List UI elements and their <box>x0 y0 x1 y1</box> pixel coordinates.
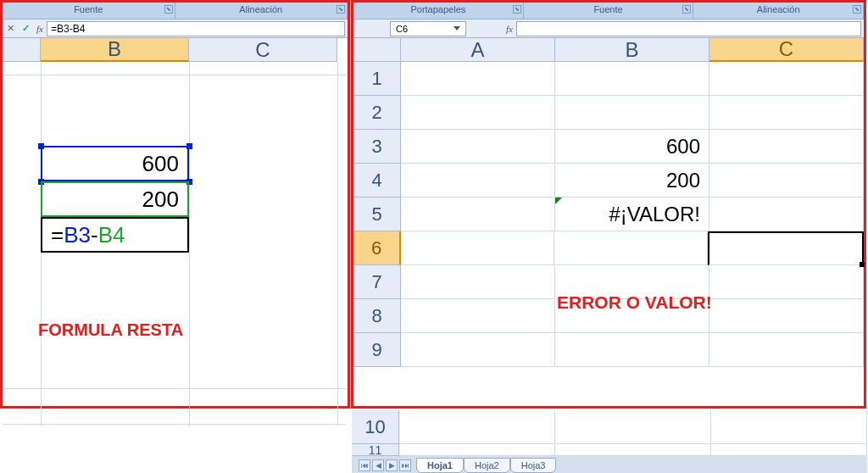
col-header-b[interactable]: B <box>555 38 709 62</box>
sheet-tab-hoja3[interactable]: Hoja3 <box>510 458 557 473</box>
cell-c6-selected[interactable] <box>708 231 864 265</box>
cell-b1[interactable] <box>555 62 709 96</box>
row-header[interactable]: 6 <box>353 231 401 265</box>
caption-error-valor: ERROR O VALOR! <box>557 292 712 313</box>
cell-a11[interactable] <box>399 444 555 456</box>
cell-b4[interactable]: 200 <box>41 181 189 217</box>
caption-formula-resta: FORMULA RESTA <box>38 320 183 340</box>
row-header[interactable]: 7 <box>353 265 401 299</box>
accept-formula-icon[interactable]: ✓ <box>18 21 33 36</box>
formula-input[interactable] <box>516 21 861 36</box>
sheet-nav-next-icon[interactable]: ▶ <box>386 459 398 471</box>
sheet-nav-prev-icon[interactable]: ◀ <box>372 459 384 471</box>
cell-c11[interactable] <box>711 444 867 456</box>
row-header[interactable]: 2 <box>353 96 401 130</box>
cell-c10[interactable] <box>711 410 867 444</box>
sheet-tab-hoja2[interactable]: Hoja2 <box>464 458 510 473</box>
cell-a6[interactable] <box>401 231 554 265</box>
expand-icon[interactable]: ⬊ <box>682 5 691 14</box>
name-box-value: C6 <box>396 24 408 34</box>
ribbon-label: Portapapeles <box>410 4 465 14</box>
fx-icon[interactable]: fx <box>506 24 513 34</box>
range-handle-icon <box>38 143 44 149</box>
formula-part: - <box>91 222 98 248</box>
sheet-nav: ⏮ ◀ ▶ ⏭ <box>359 459 411 471</box>
cell-b6[interactable] <box>554 231 708 265</box>
cell-b4[interactable]: 200 <box>555 164 709 198</box>
row-header[interactable]: 10 <box>352 410 399 444</box>
row-header[interactable]: 5 <box>353 198 401 231</box>
cell-a8[interactable] <box>401 299 555 333</box>
expand-icon[interactable]: ⬊ <box>337 5 345 14</box>
sheet-nav-first-icon[interactable]: ⏮ <box>359 459 370 471</box>
ribbon-group-alineacion[interactable]: Alineación⬊ <box>175 3 348 19</box>
formula-part: = <box>51 222 64 248</box>
cell-c8[interactable] <box>709 299 864 333</box>
cell-c3[interactable] <box>709 130 864 164</box>
dropdown-icon[interactable] <box>453 26 460 31</box>
cell-c7[interactable] <box>709 265 864 299</box>
cell-a10[interactable] <box>399 410 555 444</box>
cell-a1[interactable] <box>401 62 555 96</box>
cell-a7[interactable] <box>401 265 555 299</box>
cell-a5[interactable] <box>401 198 555 231</box>
row-header[interactable]: 1 <box>353 62 401 96</box>
ribbon-group-fuente[interactable]: Fuente⬊ <box>524 3 694 19</box>
cell-c1[interactable] <box>709 62 864 96</box>
cancel-formula-icon[interactable]: ✕ <box>3 21 18 36</box>
cell-b3[interactable]: 600 <box>41 146 189 181</box>
cell-b5-editing[interactable]: =B3-B4 <box>41 217 189 253</box>
row-header[interactable]: 8 <box>353 299 401 333</box>
cell-b11[interactable] <box>555 444 711 456</box>
corner-select-all[interactable] <box>3 38 41 62</box>
ribbon-label: Fuente <box>74 4 103 14</box>
ribbon-label: Alineación <box>239 4 282 14</box>
row-header[interactable]: 4 <box>353 164 401 198</box>
expand-icon[interactable]: ⬊ <box>164 5 173 14</box>
col-header-a[interactable]: A <box>401 38 555 62</box>
cell-a3[interactable] <box>401 130 555 164</box>
cell-b5-error[interactable]: #¡VALOR! <box>555 198 709 231</box>
formula-ref: B3 <box>64 222 91 248</box>
ribbon-group-fuente[interactable]: Fuente⬊ <box>3 3 175 19</box>
cell-b10[interactable] <box>555 410 711 444</box>
cell-c4[interactable] <box>709 164 864 198</box>
cell-b2[interactable] <box>555 96 709 130</box>
ribbon-group-alineacion[interactable]: Alineación⬊ <box>693 3 864 19</box>
range-handle-icon <box>186 143 192 149</box>
expand-icon[interactable]: ⬊ <box>853 5 861 14</box>
ribbon-label: Fuente <box>593 4 622 14</box>
cell-a2[interactable] <box>401 96 555 130</box>
ribbon-group-portapapeles[interactable]: Portapapeles⬊ <box>353 3 524 19</box>
cell-b9[interactable] <box>555 333 709 367</box>
expand-icon[interactable]: ⬊ <box>513 5 521 14</box>
cell-c5[interactable] <box>709 198 864 231</box>
cell-b3[interactable]: 600 <box>555 130 709 164</box>
cell-c2[interactable] <box>709 96 864 130</box>
sheet-tab-hoja1[interactable]: Hoja1 <box>416 458 464 473</box>
row-header[interactable]: 11 <box>352 444 399 456</box>
col-header-c[interactable]: C <box>709 38 864 62</box>
col-header-b[interactable]: B <box>41 38 189 62</box>
sheet-nav-last-icon[interactable]: ⏭ <box>399 459 411 471</box>
fx-icon[interactable]: fx <box>36 24 43 34</box>
ribbon-label: Alineación <box>757 4 800 14</box>
formula-ref: B4 <box>98 222 125 248</box>
cell-a4[interactable] <box>401 164 555 198</box>
formula-input[interactable]: =B3-B4 <box>47 21 345 36</box>
corner-select-all[interactable] <box>353 38 401 62</box>
name-box[interactable]: C6 <box>390 21 466 36</box>
row-header[interactable]: 9 <box>353 333 401 367</box>
cell-c9[interactable] <box>709 333 864 367</box>
cell-a9[interactable] <box>401 333 555 367</box>
row-header[interactable]: 3 <box>353 130 401 164</box>
col-header-c[interactable]: C <box>189 38 337 62</box>
